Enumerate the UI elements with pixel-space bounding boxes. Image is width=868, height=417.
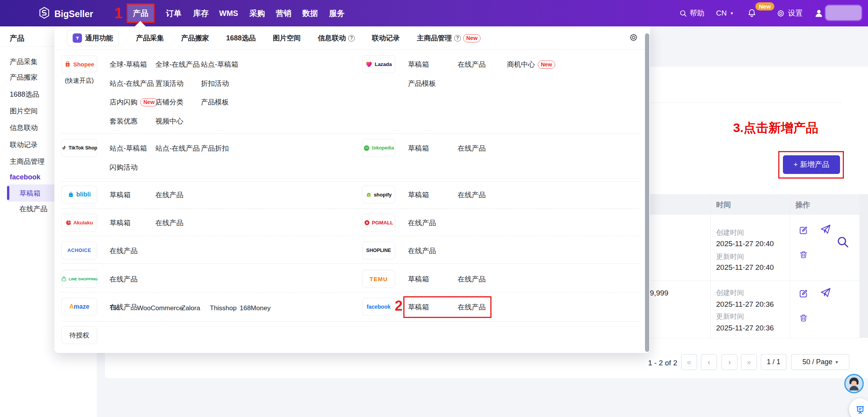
menu-link[interactable]: 草稿箱: [110, 190, 155, 200]
menu-link[interactable]: 店铺分类: [155, 97, 201, 107]
preview-search-icon[interactable]: [836, 235, 849, 250]
line-shopping-logo[interactable]: LINE SHOPPING: [61, 270, 97, 288]
sidebar-item-image-space[interactable]: 图片空间: [10, 106, 38, 116]
pagination-prev-button[interactable]: ‹: [701, 354, 717, 370]
nav-item-wms[interactable]: WMS: [219, 0, 238, 26]
nav-item-inventory[interactable]: 库存: [193, 0, 209, 26]
menu-link[interactable]: 折扣活动: [201, 79, 273, 88]
pending-platform-168money[interactable]: 168Money: [240, 304, 270, 312]
sidebar-item-facebook[interactable]: facebook: [10, 173, 40, 181]
support-avatar[interactable]: [844, 374, 864, 393]
menu-header-link[interactable]: 信息联动?: [318, 33, 355, 43]
page-size-select[interactable]: 50 / Page ▾: [791, 354, 849, 370]
menu-link[interactable]: 草稿箱: [408, 144, 458, 153]
menu-header-link[interactable]: 1688选品: [226, 33, 256, 43]
temu-logo[interactable]: TEMU: [362, 270, 395, 288]
nav-item-purchasing[interactable]: 采购: [249, 0, 265, 26]
delete-icon[interactable]: [799, 313, 808, 324]
menu-link[interactable]: 产品模板: [408, 79, 458, 88]
menu-link[interactable]: 店内闪购New: [110, 97, 155, 107]
tiktok-logo[interactable]: TikTok Shop: [61, 139, 97, 157]
sidebar-item-1688[interactable]: 1688选品: [10, 90, 39, 99]
menu-link[interactable]: 草稿箱: [408, 190, 458, 200]
tokopedia-logo[interactable]: tokopedia: [362, 139, 395, 157]
achoice-logo[interactable]: ACHOICE: [61, 242, 97, 259]
pagination-first-button[interactable]: «: [681, 354, 697, 370]
help-menu[interactable]: 帮助: [679, 0, 704, 26]
notifications-bell[interactable]: [747, 0, 757, 26]
shopee-logo[interactable]: S Shopee: [61, 55, 97, 73]
menu-link[interactable]: 站点-在线产品: [110, 79, 155, 88]
nav-item-orders[interactable]: 订单: [166, 0, 181, 26]
pgmall-logo[interactable]: PGMALL: [362, 214, 395, 231]
edit-icon[interactable]: [798, 288, 809, 300]
nav-item-marketing[interactable]: 营销: [276, 0, 291, 26]
shopify-logo[interactable]: s shopify: [362, 186, 395, 203]
column-header-time[interactable]: 时间: [716, 200, 731, 210]
menu-header-link[interactable]: 产品采集: [136, 33, 164, 43]
menu-link[interactable]: 套装优惠: [110, 116, 155, 126]
menu-link[interactable]: 在线产品: [408, 218, 458, 228]
blibli-logo[interactable]: blibli: [61, 186, 97, 203]
menu-link[interactable]: 草稿箱: [408, 60, 458, 69]
sidebar-item-link-records[interactable]: 联动记录: [10, 140, 38, 149]
menu-header-link[interactable]: 联动记录: [372, 33, 400, 43]
menu-link[interactable]: 置顶活动: [155, 79, 201, 88]
brand-logo[interactable]: BigSeller: [38, 7, 93, 21]
menu-link[interactable]: 产品模板: [201, 97, 273, 107]
menu-link[interactable]: 站点-在线产品: [155, 144, 201, 153]
menu-header-link[interactable]: 产品搬家: [181, 33, 209, 43]
akulaku-logo[interactable]: Akulaku: [61, 214, 97, 231]
menu-link[interactable]: 在线产品: [408, 246, 458, 255]
sidebar-item-draft-box[interactable]: 草稿箱: [19, 189, 40, 198]
table-scroll-track[interactable]: [859, 194, 868, 338]
publish-icon[interactable]: [820, 224, 831, 237]
menu-header-link[interactable]: 主商品管理?New: [417, 33, 481, 43]
facebook-logo[interactable]: facebook: [362, 298, 395, 316]
nav-item-data[interactable]: 数据: [302, 0, 318, 26]
language-select[interactable]: CN ▾: [716, 0, 733, 26]
nav-item-services[interactable]: 服务: [329, 0, 345, 26]
shopline-logo[interactable]: SHOPLINE: [362, 242, 395, 259]
menu-gear-icon[interactable]: [629, 33, 638, 44]
menu-link[interactable]: 在线产品: [110, 275, 155, 284]
sidebar-item-info-link[interactable]: 信息联动: [10, 123, 38, 132]
edit-icon[interactable]: [798, 225, 809, 237]
menu-scrollbar-thumb[interactable]: [645, 33, 649, 352]
pending-platform-tiki[interactable]: Tiki: [110, 304, 120, 312]
settings-menu[interactable]: 设置: [776, 0, 803, 26]
pagination-last-button[interactable]: »: [741, 354, 757, 370]
menu-link[interactable]: 全球-在线产品: [155, 60, 201, 69]
pending-platform-zalora[interactable]: Zalora: [181, 304, 200, 312]
menu-link[interactable]: 全球-草稿箱: [110, 60, 155, 69]
user-account[interactable]: [814, 0, 824, 26]
menu-link[interactable]: 草稿箱: [408, 275, 458, 284]
menu-link[interactable]: 站点-草稿箱: [201, 60, 273, 69]
menu-link[interactable]: 产品折扣: [201, 144, 273, 153]
chat-widget-button[interactable]: [849, 398, 868, 417]
pagination-next-button[interactable]: ›: [722, 354, 737, 370]
menu-header-link[interactable]: 图片空间: [273, 33, 301, 43]
menu-link[interactable]: 闪购活动: [110, 163, 155, 172]
delete-icon[interactable]: [799, 250, 808, 261]
amaze-logo[interactable]: Amaze: [61, 298, 97, 316]
menu-link[interactable]: 在线产品: [458, 144, 507, 153]
menu-link[interactable]: 草稿箱: [110, 218, 155, 228]
menu-link[interactable]: 在线产品: [155, 218, 201, 228]
menu-link[interactable]: 站点-草稿箱: [110, 144, 155, 153]
menu-link[interactable]: 在线产品: [155, 190, 201, 200]
menu-link[interactable]: 商机中心New: [507, 60, 585, 69]
pending-platform-woocommerce[interactable]: WooCommerce: [137, 304, 183, 312]
general-functions-tab[interactable]: 通用功能: [67, 30, 119, 46]
sidebar-item-product-scrape[interactable]: 产品采集: [10, 57, 38, 66]
menu-link[interactable]: 在线产品: [458, 275, 507, 284]
menu-link[interactable]: 在线产品: [458, 190, 507, 200]
pending-platform-thisshop[interactable]: Thisshop: [210, 304, 237, 312]
menu-link[interactable]: 视频中心: [155, 116, 201, 126]
nav-item-products[interactable]: 产品: [127, 3, 155, 23]
publish-icon[interactable]: [820, 287, 831, 300]
sidebar-item-master-products[interactable]: 主商品管理: [10, 157, 45, 166]
sidebar-item-product-mover[interactable]: 产品搬家: [10, 73, 38, 82]
lazada-logo[interactable]: Lazada: [362, 55, 395, 73]
sidebar-item-online-products[interactable]: 在线产品: [19, 204, 47, 214]
